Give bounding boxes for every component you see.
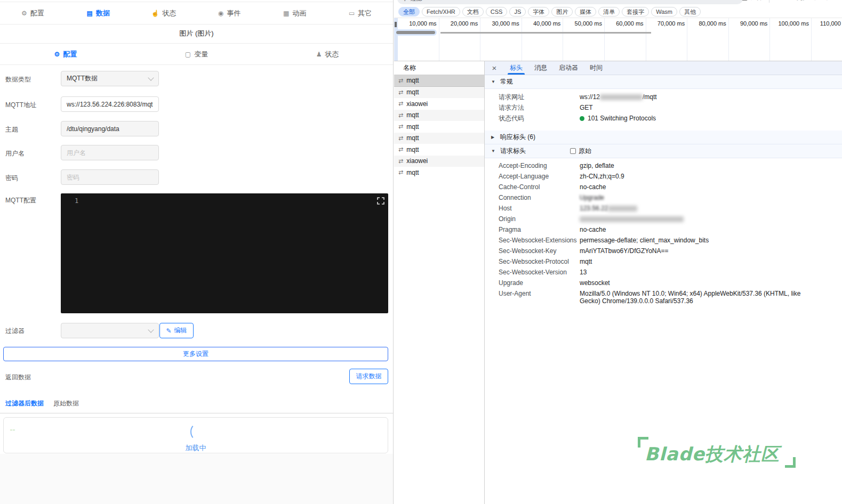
caret-down-icon: ▾ — [833, 0, 837, 1]
network-filter-input[interactable]: ▽ 过滤 — [397, 0, 743, 4]
screen: ⚙ 配置 ▤ 数据 ☝ 状态 ◉ 事件 — [0, 0, 842, 504]
data-type-select[interactable]: MQTT数据 — [61, 71, 159, 86]
timeline-overview[interactable]: 10,000 ms 20,000 ms 30,000 ms 40,000 ms — [394, 18, 842, 61]
filter-label: 过滤器 — [5, 327, 25, 336]
request-row[interactable]: ⇄ mqtt — [394, 167, 484, 178]
timeline-gutter-tick — [395, 22, 397, 27]
variable-icon: ▢ — [185, 51, 191, 58]
request-row[interactable]: ⇄ mqtt — [394, 133, 484, 144]
general-row: 请求方法 GET — [485, 102, 842, 113]
name-column-header[interactable]: 名称 — [394, 61, 484, 75]
request-row[interactable]: ⇄ mqtt — [394, 87, 484, 99]
request-row[interactable]: ⇄ mqtt — [394, 121, 484, 133]
value-text: no-cache — [580, 183, 606, 191]
request-name: xiaowei — [406, 100, 428, 108]
request-row[interactable]: ⇄ mqtt — [394, 144, 484, 156]
value-text: no-cache — [580, 226, 606, 233]
sub-tab[interactable]: ♟ 状态 — [262, 50, 393, 59]
filter-pill[interactable]: 文档 — [462, 7, 484, 17]
component-title: 图片 (图片) — [0, 24, 393, 44]
filter-pill[interactable]: 套接字 — [622, 7, 649, 17]
result-tab-bar: 过滤器后数据 原始数据 — [5, 399, 79, 408]
invert-filter-checkbox[interactable]: 反转 — [742, 0, 762, 2]
timeline-cell: 90,000 ms — [729, 18, 771, 61]
header-row: Pragma no-cache — [485, 224, 842, 235]
filter-pill[interactable]: CSS — [486, 7, 508, 17]
request-headers-section-header[interactable]: ▼ 请求标头 原始 — [485, 144, 842, 158]
redacted-box — [580, 216, 684, 222]
filter-pill[interactable]: JS — [509, 7, 526, 17]
password-input[interactable] — [61, 169, 159, 185]
request-row[interactable]: ⇄ mqtt — [394, 75, 484, 87]
request-row[interactable]: ⇄ xiaowei — [394, 156, 484, 167]
sub-tab[interactable]: ▢ 变量 — [131, 50, 262, 59]
top-tab[interactable]: ▭ 其它 — [327, 9, 393, 18]
raw-headers-checkbox[interactable]: 原始 — [570, 147, 591, 156]
filter-pill[interactable]: 清单 — [598, 7, 620, 17]
filter-pill[interactable]: 图片 — [551, 7, 573, 17]
websocket-icon: ⇄ — [398, 158, 403, 165]
redacted-box — [608, 206, 637, 212]
top-tab-label: 配置 — [30, 9, 44, 18]
overview-selected-bar[interactable] — [396, 31, 435, 34]
details-tab[interactable]: 时间 — [584, 61, 608, 75]
filter-pill[interactable]: Fetch/XHR — [422, 7, 460, 17]
websocket-icon: ⇄ — [398, 123, 403, 130]
timeline-tick-label: 110,000 ms — [812, 18, 842, 29]
mqtt-address-input[interactable] — [61, 96, 159, 112]
filter-pill[interactable]: 全部 — [398, 7, 420, 17]
loading-spinner-icon — [190, 424, 203, 440]
details-tab[interactable]: 消息 — [528, 61, 553, 75]
header-value: permessage-deflate; client_max_window_bi… — [580, 237, 709, 244]
data-icon: ▤ — [87, 10, 93, 17]
filter-pill[interactable]: 其他 — [679, 7, 701, 17]
username-input[interactable] — [61, 145, 159, 160]
timeline-tick-label: 30,000 ms — [480, 18, 522, 29]
header-name: Cache-Control — [499, 183, 580, 191]
animation-icon: ▦ — [283, 10, 289, 17]
mqtt-config-editor[interactable]: 1 — [61, 193, 388, 313]
filter-pill[interactable]: 媒体 — [575, 7, 596, 17]
details-tab[interactable]: 启动器 — [553, 61, 584, 75]
close-icon[interactable]: × — [485, 61, 504, 75]
top-tab[interactable]: ▤ 数据 — [66, 9, 131, 18]
header-name: Accept-Language — [499, 173, 580, 180]
mqtt-config-label: MQTT配置 — [5, 196, 36, 205]
chevron-down-icon — [148, 75, 154, 80]
websocket-icon: ⇄ — [398, 89, 403, 96]
sub-tab-bar: ⚙ 配置 ▢ 变量 ♟ 状态 — [0, 44, 393, 65]
request-row[interactable]: ⇄ mqtt — [394, 110, 484, 121]
top-tab-label: 其它 — [358, 9, 372, 18]
filter-pill[interactable]: Wasm — [651, 7, 677, 17]
top-tab[interactable]: ☝ 状态 — [131, 9, 197, 18]
header-row: Upgrade websocket — [485, 278, 842, 288]
more-filters-dropdown[interactable]: 更多过滤条件 ▾ — [796, 0, 837, 2]
username-label: 用户名 — [5, 149, 25, 158]
header-value: mqtt — [580, 258, 592, 265]
request-data-button[interactable]: 请求数据 — [349, 369, 388, 384]
edit-filter-button[interactable]: ✎ 编辑 — [159, 323, 194, 338]
filter-select[interactable] — [61, 323, 159, 338]
header-name: 请求网址 — [499, 93, 580, 101]
sub-tab[interactable]: ⚙ 配置 — [0, 50, 131, 59]
details-tab[interactable]: 标头 — [504, 61, 528, 75]
header-value: Upgrade — [580, 194, 604, 201]
more-settings-button[interactable]: 更多设置 — [3, 347, 388, 361]
timeline-cell: 50,000 ms — [563, 18, 605, 61]
request-name: mqtt — [406, 77, 419, 84]
top-tab[interactable]: ▦ 动画 — [262, 9, 327, 18]
result-tab[interactable]: 原始数据 — [53, 399, 79, 408]
fullscreen-icon[interactable] — [377, 197, 384, 205]
filter-pill[interactable]: 字体 — [528, 7, 549, 17]
top-tab[interactable]: ◉ 事件 — [196, 9, 262, 18]
result-tab[interactable]: 过滤器后数据 — [5, 399, 44, 408]
response-headers-section-header[interactable]: ▶ 响应标头 (6) — [485, 131, 842, 144]
top-tab[interactable]: ⚙ 配置 — [0, 9, 66, 18]
request-row[interactable]: ⇄ xiaowei — [394, 98, 484, 110]
header-row: User-Agent Mozilla/5.0 (Windows NT 10.0;… — [485, 288, 842, 306]
topic-input[interactable] — [61, 121, 159, 136]
chevron-down-icon — [148, 327, 154, 332]
general-section-header[interactable]: ▼ 常规 — [485, 75, 842, 89]
header-value: gzip, deflate — [580, 162, 614, 169]
value-text: gzip, deflate — [580, 162, 614, 169]
